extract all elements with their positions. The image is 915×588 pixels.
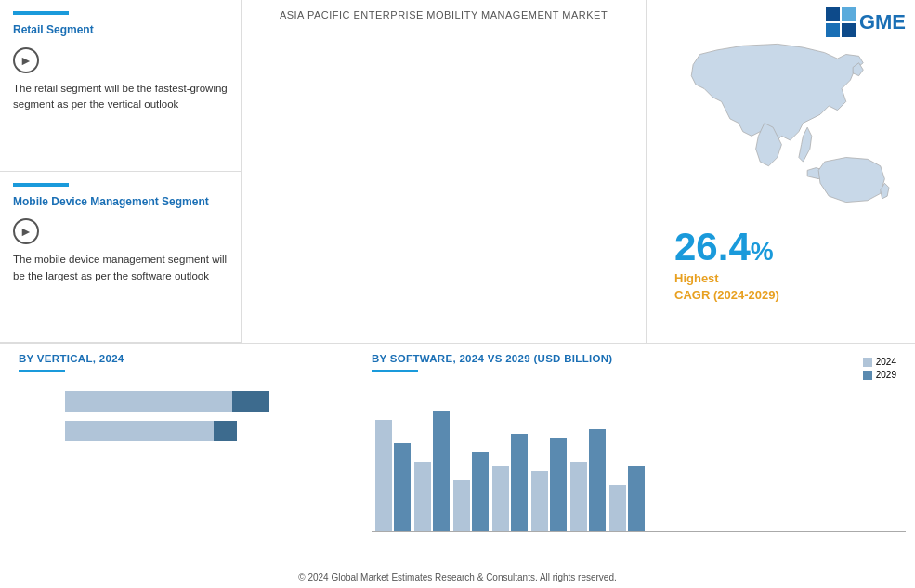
vbar-group-1: [375, 420, 411, 531]
software-chart-title: BY SOFTWARE, 2024 VS 2029 (USD BILLION): [372, 353, 612, 364]
vbar-2029-6: [589, 429, 606, 531]
vbar-2024-1: [375, 420, 392, 531]
vbar-2029-5: [550, 438, 567, 531]
hbar-dark-1: [232, 391, 269, 412]
cagr-section: 26.4% Highest CAGR (2024-2029): [647, 228, 915, 304]
logo-text: GME: [859, 10, 906, 34]
cagr-label: Highest CAGR (2024-2029): [674, 270, 887, 304]
legend-box-2024: [863, 358, 872, 367]
footer: © 2024 Global Market Estimates Research …: [0, 572, 915, 582]
chart-left: BY VERTICAL, 2024: [0, 353, 353, 576]
vbar-2024-5: [531, 471, 548, 531]
hbar-light-1: [65, 391, 232, 412]
mobile-card-title: Mobile Device Management Segment: [13, 194, 228, 210]
vbar-group-3: [453, 452, 489, 531]
vbar-group-6: [570, 429, 606, 531]
retail-card-text: The retail segment will be the fastest-g…: [13, 81, 228, 113]
vbar-2024-2: [414, 462, 431, 531]
retail-card-title: Retail Segment: [13, 22, 228, 38]
retail-card: Retail Segment ► The retail segment will…: [0, 0, 241, 172]
legend-box-2029: [863, 371, 872, 380]
software-title-underline: [372, 370, 418, 372]
vbar-group-7: [609, 466, 645, 531]
left-cards: Retail Segment ► The retail segment will…: [0, 0, 242, 343]
logo-area: GME: [826, 7, 906, 37]
retail-arrow-icon[interactable]: ►: [13, 47, 39, 73]
chart-main-title: ASIA PACIFIC ENTERPRISE MOBILITY MANAGEM…: [260, 9, 627, 20]
hbar-container: [19, 391, 344, 441]
vbar-2029-2: [433, 411, 450, 531]
vbar-2029-1: [394, 443, 411, 531]
vbar-group-4: [492, 434, 528, 531]
mobile-arrow-icon[interactable]: ►: [13, 218, 39, 244]
vbar-2029-4: [511, 434, 528, 531]
legend: 2024 2029: [863, 357, 896, 380]
vbar-2029-7: [628, 466, 645, 531]
cagr-percent: %: [751, 237, 774, 266]
cagr-number: 26.4: [674, 225, 751, 268]
vbar-2024-6: [570, 462, 587, 531]
hbar-row-2: [65, 421, 237, 441]
vbar-group-5: [531, 438, 567, 531]
legend-2024: 2024: [863, 357, 896, 367]
vbar-2024-4: [492, 466, 509, 531]
vbar-2024-3: [453, 480, 470, 531]
vbar-2024-7: [609, 485, 626, 531]
vertical-title-underline: [19, 370, 65, 372]
vbar-2029-3: [472, 452, 489, 531]
vbar-chart: [372, 393, 906, 532]
chart-right: BY SOFTWARE, 2024 VS 2029 (USD BILLION) …: [353, 353, 915, 576]
right-section: GME: [646, 0, 915, 343]
logo-grid: [826, 7, 856, 37]
mobile-card: Mobile Device Management Segment ► The m…: [0, 172, 241, 344]
logo-cell-2: [842, 7, 856, 21]
vbar-group-2: [414, 411, 450, 531]
mobile-title-bar: [13, 183, 69, 187]
mobile-card-text: The mobile device management segment wil…: [13, 252, 228, 284]
hbar-dark-2: [214, 421, 237, 441]
bottom-section: BY VERTICAL, 2024 BY SOFTWARE, 2024 VS 2…: [0, 344, 915, 576]
middle-section: ASIA PACIFIC ENTERPRISE MOBILITY MANAGEM…: [242, 0, 646, 343]
logo-cell-1: [826, 7, 840, 21]
map-container: [665, 37, 897, 223]
logo-cell-4: [842, 23, 856, 37]
vertical-chart-title: BY VERTICAL, 2024: [19, 353, 344, 364]
hbar-row-1: [65, 391, 269, 412]
hbar-light-2: [65, 421, 214, 441]
asia-pacific-map: [665, 37, 907, 209]
retail-title-bar: [13, 11, 69, 15]
logo-cell-3: [826, 23, 840, 37]
legend-2029: 2029: [863, 370, 896, 380]
